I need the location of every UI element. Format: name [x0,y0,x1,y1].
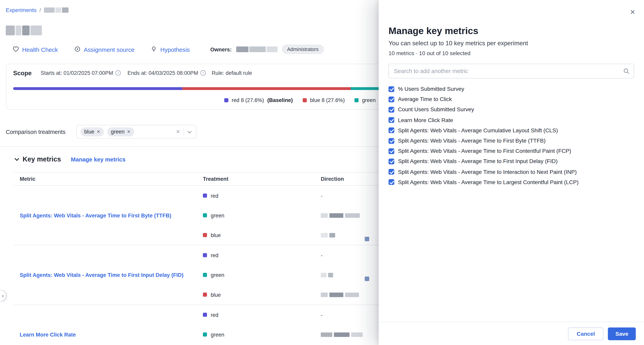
checkbox-checked-icon[interactable] [388,117,394,123]
treatment-name: green [210,212,224,218]
direction-value: - [321,193,322,199]
checkbox-checked-icon[interactable] [388,148,394,154]
metric-checkbox-item[interactable]: Average Time to Click [388,94,634,105]
tab-health-check[interactable]: Health Check [13,46,58,54]
info-icon[interactable]: i [200,70,206,76]
checkbox-checked-icon[interactable] [388,97,394,102]
info-icon[interactable]: i [116,70,121,76]
scope-card: Scope Starts at: 01/02/2025 07:00PM i En… [6,64,421,110]
legend-swatch [355,98,359,102]
redacted-page-title [6,26,42,35]
metric-checkbox-item[interactable]: Split Agents: Web Vitals - Average Time … [388,156,634,167]
close-icon[interactable]: ✕ [630,9,635,16]
panel-subtitle: You can select up to 10 key metrics per … [388,39,634,47]
scope-header-row: Scope Starts at: 01/02/2025 07:00PM i En… [6,64,420,77]
owners-label: Owners: [210,46,232,52]
manage-key-metrics-panel: ✕ Manage key metrics You can select up t… [379,0,644,345]
treatment-dot [203,233,207,237]
redacted-owner-name [236,47,278,52]
checkbox-checked-icon[interactable] [388,159,394,164]
metric-checkbox-item[interactable]: Split Agents: Web Vitals - Average Time … [388,146,634,156]
checkbox-checked-icon[interactable] [388,86,394,92]
redacted-value [321,233,328,237]
metric-search [388,64,634,78]
metric-cell: Split Agents: Web Vitals - Average Time … [14,186,203,245]
metric-link[interactable]: Split Agents: Web Vitals - Average Time … [20,272,184,278]
treatment-dot [203,194,207,198]
tab-hypothesis[interactable]: Hypothesis [151,46,190,54]
legend-label: green [362,97,376,103]
tab-hypothesis-label: Hypothesis [160,47,190,53]
remove-chip-icon[interactable]: ✕ [127,129,130,134]
breadcrumb-experiments-link[interactable]: Experiments [6,7,36,13]
starts-at-text: Starts at: 01/02/2025 07:00PM [41,70,113,76]
clear-selection-icon[interactable]: ✕ [176,129,180,135]
collapse-chevron-icon[interactable] [14,156,19,161]
owners-row: Owners: Administrators [210,45,324,54]
redacted-value [321,332,332,337]
save-button[interactable]: Save [608,327,636,340]
redacted-value [330,213,344,218]
treatment-name: blue [210,232,221,238]
metric-checkbox-item[interactable]: % Users Submitted Survey [388,84,634,94]
bar-segment-red [13,87,182,90]
metric-search-input[interactable] [388,64,634,78]
cancel-button[interactable]: Cancel [568,327,604,340]
ends-at-text: Ends at: 04/03/2025 08:00PM [128,70,198,76]
comparison-treatments-label: Comparison treatments [6,129,66,135]
redacted-value [321,213,328,218]
redacted-value [321,273,326,277]
tab-assignment-source-label: Assignment source [84,47,134,53]
metric-checkbox-item[interactable]: Split Agents: Web Vitals - Average Cumul… [388,125,634,136]
panel-body: Manage key metrics You can select up to … [379,0,644,322]
comparison-treatments-select[interactable]: blue ✕ green ✕ ✕ [76,125,196,138]
legend-item-green: green [355,97,376,103]
metric-label: Count Users Submitted Survey [398,107,474,113]
metric-checkbox-item[interactable]: Split Agents: Web Vitals - Average Time … [388,177,634,187]
metric-link[interactable]: Learn More Click Rate [20,331,76,337]
treatment-cell: green [203,212,321,218]
legend-swatch [303,98,307,102]
treatment-distribution-bar [13,87,410,90]
redacted-value [345,292,359,297]
treatment-chip-green: green ✕ [107,127,134,136]
panel-footer: Cancel Save [379,322,644,345]
treatment-name: red [210,193,218,199]
checkbox-checked-icon[interactable] [388,169,394,175]
checkbox-checked-icon[interactable] [388,138,394,144]
panel-title: Manage key metrics [388,25,634,37]
metric-checkbox-item[interactable]: Split Agents: Web Vitals - Average Time … [388,167,634,177]
redacted-icon [365,276,369,281]
metric-label: Split Agents: Web Vitals - Average Time … [398,158,558,164]
metric-checkbox-item[interactable]: Count Users Submitted Survey [388,105,634,115]
treatment-cell: green [203,272,321,278]
remove-chip-icon[interactable]: ✕ [97,129,100,134]
checkbox-checked-icon[interactable] [388,128,394,133]
treatment-name: green [210,272,224,278]
redacted-value [345,213,360,218]
treatment-cell: blue [203,232,321,238]
bar-segment-blue [182,87,351,90]
treatment-dot [203,253,207,257]
metric-checkbox-item[interactable]: Split Agents: Web Vitals - Average Time … [388,136,634,146]
tab-assignment-source[interactable]: Assignment source [74,46,134,54]
manage-key-metrics-link[interactable]: Manage key metrics [71,156,126,162]
checkbox-checked-icon[interactable] [388,179,394,185]
scope-starts-at: Starts at: 01/02/2025 07:00PM i [41,70,121,76]
treatment-name: green [210,331,224,337]
divider [184,128,184,136]
treatment-cell: red [203,312,321,318]
metric-label: Split Agents: Web Vitals - Average Time … [398,138,546,144]
column-header-treatment: Treatment [203,176,321,182]
metric-checkbox-item[interactable]: Learn More Click Rate [388,115,634,125]
legend-label: red 8 (27.6%) [232,97,264,103]
metric-label: Average Time to Click [398,96,452,102]
checkbox-checked-icon[interactable] [388,107,394,112]
redacted-value [321,292,328,297]
metric-checkbox-list: % Users Submitted Survey Average Time to… [388,84,634,187]
metric-link[interactable]: Split Agents: Web Vitals - Average Time … [20,212,171,218]
treatment-name: red [210,252,218,258]
legend-swatch [224,98,228,102]
legend-item-blue: blue 8 (27.6%) [303,97,345,103]
chevron-down-icon[interactable] [188,129,192,133]
